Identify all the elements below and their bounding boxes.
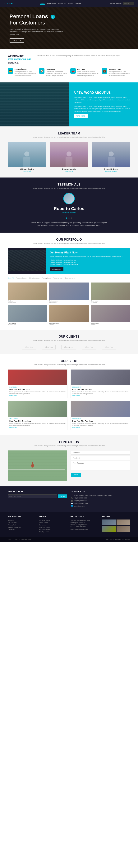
blog-item-0: 8 JUNE 2017 Blog Post Title One Here Lor… [8, 369, 67, 398]
navigation: LT Loan HOME ABOUT US SERVICES BLOG CONT… [0, 0, 138, 7]
service-item-3: 💼 Business Loan Lorem ipsum dolor sit am… [102, 68, 131, 77]
contact-name-input[interactable] [71, 451, 130, 455]
blog-readmore-0[interactable]: Read More » [9, 395, 66, 396]
services-title: WE PROVIDE AWESOME ONLINE SERVICE [8, 55, 31, 64]
portfolio-subtitle: Lorem ipsum is simply dummy text of the … [8, 242, 130, 244]
nav-right: Sign In Register [110, 2, 134, 5]
svg-rect-0 [8, 451, 67, 481]
footer-photo-1 [116, 520, 130, 525]
contact-info-0: 📍 7890 Elmwood Drive, Suite 100 Los Ange… [71, 494, 130, 496]
team-role-0: DIRECTOR [8, 170, 46, 172]
clients-section: OUR CLIENTS Lorem ipsum is simply dummy … [0, 330, 138, 354]
newsletter-send-button[interactable]: SEND [58, 494, 67, 498]
hero-cta-button[interactable]: ABOUT US [9, 38, 24, 43]
footer-link-0-1[interactable]: Our Services [8, 522, 36, 524]
portfolio-item-4[interactable]: Loan Application Services [49, 305, 89, 325]
portfolio-tab-4[interactable]: Personal Loan [53, 277, 63, 279]
dot-1[interactable] [66, 217, 67, 219]
portfolio-tab-5[interactable]: Business Loan [65, 277, 75, 279]
contact-message-input[interactable] [71, 461, 130, 471]
nav-register[interactable]: Register [116, 3, 121, 4]
contact-email-input[interactable] [71, 456, 130, 460]
map-svg [8, 451, 67, 481]
portfolio-caption-2: Home Loan [91, 300, 130, 302]
portfolio-tab-1[interactable]: Personal Loans [16, 277, 27, 279]
footer-link-1-5[interactable]: Payday Loans [39, 531, 67, 533]
contact-info-block: CONTACT US 📍 7890 Elmwood Drive, Suite 1… [71, 490, 130, 508]
newsletter-email-input[interactable] [8, 494, 57, 498]
search-input[interactable] [123, 2, 134, 5]
footer-photos-grid [102, 520, 130, 532]
blog-readmore-1[interactable]: Read More » [72, 395, 129, 396]
blog-post-title-1: Blog Post Title Two Here [72, 388, 129, 390]
fax-icon: 📠 [71, 500, 73, 502]
blog-text-2: Lorem ipsum dolor sit amet consectetur a… [9, 423, 66, 427]
testimonial-role: FINANCIAL EXPERT [8, 212, 130, 214]
contact-info-2: 📠 +1 (800) 555-0100 [71, 500, 130, 502]
footer-contact-2: Phone: +1 (800) 555-0199 [71, 524, 99, 526]
contact-submit-button[interactable]: SEND [71, 473, 81, 477]
nav-home[interactable]: HOME [40, 2, 45, 5]
footer-link-1-4[interactable]: Education Loans [39, 529, 67, 530]
portfolio-item-1[interactable]: Business Loan Business Loans [49, 282, 89, 303]
dot-3[interactable] [71, 217, 72, 219]
blog-readmore-2[interactable]: Read More » [9, 427, 66, 428]
site-logo[interactable]: LT Loan [4, 2, 13, 5]
portfolio-item-5[interactable]: Team Meeting Business [91, 305, 130, 325]
promo-text: Lorem ipsum dolor sit amet consectetur a… [50, 255, 127, 258]
footer-bottom-link-0[interactable]: Privacy Policy [105, 539, 114, 540]
contact-form: SEND [71, 451, 130, 481]
portfolio-tab-2[interactable]: Education Loan [29, 277, 39, 279]
nav-blog[interactable]: BLOG [68, 2, 73, 5]
footer-link-1-0[interactable]: Personal Loans [39, 520, 67, 521]
portfolio-apply-button[interactable]: APPLY NOW [50, 268, 63, 271]
footer-link-0-4[interactable]: Contact Us [8, 529, 36, 530]
blog-readmore-3[interactable]: Read More » [72, 427, 129, 428]
portfolio-tabs: Show All Personal Loans Education Loan P… [8, 277, 130, 280]
team-title: LEADER TEAM [8, 132, 130, 135]
footer-bottom-link-1[interactable]: Terms of Use [115, 539, 123, 540]
hero-description: Lorem Ipsum is simply dummy text of the … [9, 28, 63, 36]
services-grid: 💳 Personal Loan Lorem ipsum dolor sit am… [8, 68, 130, 77]
address-icon: 📍 [71, 494, 73, 496]
footer-bottom-link-2[interactable]: Sitemap [125, 539, 130, 540]
contact-info-1: 📞 +1 (800) 555-0199 [71, 497, 130, 499]
portfolio-item-0[interactable]: Car Loan Personal Loans [8, 282, 47, 303]
about-readmore-button[interactable]: READ MORE [74, 114, 88, 118]
blog-text-0: Lorem ipsum dolor sit amet consectetur a… [9, 391, 66, 395]
service-title-0: Personal Loan [15, 68, 36, 70]
portfolio-subcaption-0: Personal Loans [8, 302, 47, 303]
footer-link-1-2[interactable]: Car Loans [39, 524, 67, 526]
portfolio-item-3[interactable]: Personal Loan Personal Loans [8, 305, 47, 325]
portfolio-image-1 [49, 282, 89, 300]
blog-image-0 [8, 370, 67, 385]
portfolio-caption-4: Loan Application [49, 322, 89, 324]
footer-link-0-0[interactable]: About Us [8, 520, 36, 521]
portfolio-item-2[interactable]: Home Loan Home Loans [91, 282, 130, 303]
service-icon-0: 💳 [8, 68, 13, 74]
portfolio-image-4 [49, 305, 89, 322]
service-icon-3: 💼 [102, 68, 107, 74]
portfolio-tab-3[interactable]: Payday Loan [42, 277, 51, 279]
team-name-1: Rowan Martin [50, 168, 88, 170]
footer-link-0-2[interactable]: Privacy Policy [8, 524, 36, 526]
promo-title: Get Money Right Now! [50, 251, 127, 254]
hero-arrow-icon: › [51, 15, 55, 19]
nav-services[interactable]: SERVICES [58, 2, 66, 5]
nav-about[interactable]: ABOUT US [47, 2, 56, 5]
service-title-1: Home Loan [46, 68, 68, 70]
footer-bottom: © 2017 LT Loan. All Rights Reserved. Pri… [0, 537, 138, 542]
team-role-2: FINANCIAL EXPERT [92, 170, 130, 172]
portfolio-tab-0[interactable]: Show All [8, 277, 13, 280]
nav-contact[interactable]: CONTACT [75, 2, 83, 5]
team-photo-2 [92, 142, 130, 166]
footer-link-0-3[interactable]: Terms & Conditions [8, 526, 36, 528]
team-member-1: Rowan Martin MANAGER [50, 142, 88, 172]
dot-2[interactable] [68, 217, 70, 219]
newsletter-title: GET IN TOUCH [8, 490, 67, 493]
promo-item-2: Be the 1st to get the newest Consulting. [50, 264, 127, 265]
footer-link-1-1[interactable]: Home Loans [39, 522, 67, 524]
nav-signin[interactable]: Sign In [110, 3, 115, 4]
footer-link-1-3[interactable]: Business Loans [39, 526, 67, 528]
client-logo-4: Client Five [102, 345, 116, 349]
